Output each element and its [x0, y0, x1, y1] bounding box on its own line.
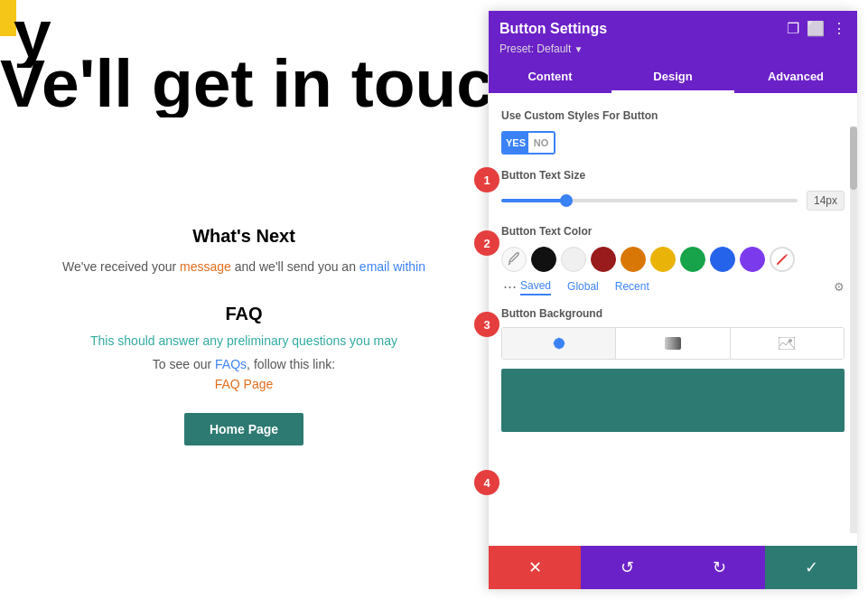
bg-type-image[interactable] [731, 328, 844, 359]
svg-line-2 [785, 255, 787, 257]
undo-icon: ↺ [621, 558, 634, 577]
faq-heading: FAQ [18, 304, 470, 324]
text-size-value[interactable]: 14px [807, 191, 845, 211]
color-tab-recent[interactable]: Recent [615, 280, 649, 295]
pen-icon [776, 253, 789, 266]
panel-header: Button Settings ❐ ⬜ ⋮ Preset: Default ▼ [489, 11, 857, 62]
color-blue[interactable] [710, 247, 735, 272]
svg-point-5 [789, 339, 792, 342]
step-badge-2: 2 [474, 230, 499, 256]
slider-thumb[interactable] [560, 194, 573, 207]
custom-styles-toggle-row: YES NO [501, 131, 845, 155]
text-size-slider-track[interactable] [501, 199, 798, 202]
eyedropper-icon [507, 252, 521, 267]
color-green[interactable] [680, 247, 705, 272]
panel-icon-resize-2[interactable]: ⬜ [807, 20, 825, 37]
custom-styles-toggle[interactable]: YES NO [501, 131, 555, 155]
svg-rect-3 [665, 337, 681, 350]
toggle-yes[interactable]: YES [503, 133, 528, 153]
color-tabs: Saved Global Recent ⚙ [517, 279, 845, 295]
panel-icon-resize-1[interactable]: ❐ [787, 20, 799, 37]
tab-design[interactable]: Design [611, 62, 734, 93]
button-settings-panel: Button Settings ❐ ⬜ ⋮ Preset: Default ▼ … [489, 11, 857, 589]
bg-type-selector [501, 327, 845, 360]
slider-fill [501, 199, 566, 202]
color-black[interactable] [531, 247, 556, 272]
color-dark-red[interactable] [591, 247, 616, 272]
color-yellow[interactable] [650, 247, 676, 272]
step-badge-1: 1 [474, 167, 499, 192]
panel-preset[interactable]: Preset: Default ▼ [499, 42, 846, 55]
faq-page-link[interactable]: FAQ Page [18, 377, 470, 391]
color-tab-saved[interactable]: Saved [520, 279, 551, 295]
faq-link-intro: To see our FAQs, follow this link: [18, 357, 470, 371]
scrollbar-track[interactable] [850, 127, 857, 533]
text-size-label: Button Text Size [501, 169, 845, 182]
footer-redo-button[interactable]: ↻ [673, 546, 765, 589]
footer-confirm-button[interactable]: ✓ [765, 546, 857, 589]
footer-undo-button[interactable]: ↺ [581, 546, 673, 589]
redo-icon: ↻ [713, 558, 726, 577]
tab-advanced[interactable]: Advanced [734, 62, 857, 93]
color-footer-row: ··· Saved Global Recent ⚙ [501, 277, 845, 296]
toggle-no[interactable]: NO [528, 133, 554, 153]
custom-styles-label: Use Custom Styles For Button [501, 109, 845, 122]
step-badge-3: 3 [474, 312, 499, 337]
page-content-area: What's Next We've received your message … [0, 226, 488, 445]
color-white[interactable] [561, 247, 586, 272]
step-badge-4: 4 [474, 470, 499, 495]
bg-type-gradient[interactable] [616, 328, 730, 359]
more-options-dots[interactable]: ··· [503, 277, 517, 296]
home-page-button[interactable]: Home Page [184, 413, 303, 445]
color-tab-global[interactable]: Global [567, 280, 599, 295]
panel-tabs: Content Design Advanced [489, 62, 857, 93]
text-color-label: Button Text Color [501, 225, 845, 238]
preset-arrow-icon: ▼ [574, 44, 583, 54]
confirm-icon: ✓ [805, 558, 818, 577]
panel-body: Use Custom Styles For Button YES NO Butt… [489, 93, 857, 546]
faq-description: This should answer any preliminary quest… [18, 333, 470, 348]
color-eyedropper[interactable] [501, 247, 527, 272]
text-size-slider-row: 14px [501, 191, 845, 211]
tab-content[interactable]: Content [489, 62, 611, 93]
whats-next-heading: What's Next [18, 226, 470, 247]
bg-label: Button Background [501, 307, 845, 320]
panel-header-top: Button Settings ❐ ⬜ ⋮ [499, 20, 846, 37]
color-orange[interactable] [621, 247, 646, 272]
page-hero-title-line2: Ve'll get in touc [0, 50, 488, 117]
color-purple[interactable] [740, 247, 765, 272]
cancel-icon: ✕ [528, 558, 542, 577]
scrollbar-thumb[interactable] [850, 127, 857, 190]
bg-type-solid[interactable] [502, 328, 616, 359]
panel-footer: ✕ ↺ ↻ ✓ [489, 546, 857, 589]
gradient-icon [665, 337, 681, 350]
received-message: We've received your message and we'll se… [18, 258, 470, 277]
bg-color-preview[interactable] [501, 369, 845, 432]
color-swatch-row [501, 247, 845, 272]
svg-line-1 [778, 257, 785, 264]
panel-icon-more[interactable]: ⋮ [832, 20, 846, 37]
footer-cancel-button[interactable]: ✕ [489, 546, 581, 589]
image-icon [779, 337, 795, 350]
solid-fill-icon [551, 335, 567, 352]
color-settings-gear-icon[interactable]: ⚙ [834, 280, 845, 294]
panel-header-icons: ❐ ⬜ ⋮ [787, 20, 846, 37]
svg-line-0 [509, 263, 510, 265]
panel-title: Button Settings [499, 21, 607, 37]
color-custom-pen[interactable] [770, 247, 795, 272]
